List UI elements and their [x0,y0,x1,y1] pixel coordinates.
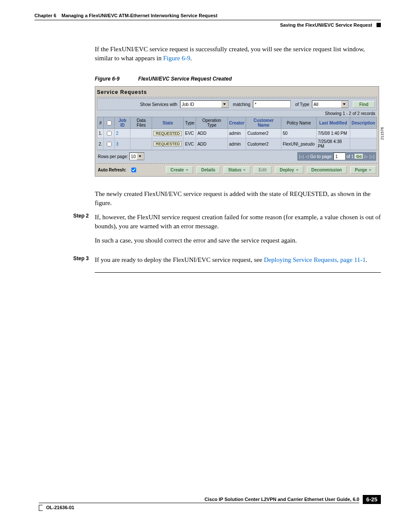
row-checkbox[interactable] [107,131,112,136]
decommission-button[interactable]: Decommission [307,166,347,174]
col-customer[interactable]: Customer Name [246,117,281,129]
step-2-p2: In such a case, you should correct the e… [95,236,381,245]
matching-input[interactable]: * [253,100,291,108]
first-page-icon[interactable]: |◁ [299,154,304,159]
rows-per-page-label: Rows per page: [98,154,128,159]
last-page-icon[interactable]: ▷| [369,154,375,159]
edit-button[interactable]: Edit [254,166,271,174]
state-badge: REQUESTED [153,131,182,136]
chevron-down-icon [296,169,299,171]
chevron-down-icon [221,101,228,108]
chevron-down-icon [341,101,348,108]
find-button[interactable]: Find [353,101,375,108]
figure-caption: Figure 6-9 FlexUNI/EVC Service Request C… [95,76,381,82]
col-num: # [97,117,104,129]
next-page-icon[interactable]: ▷ [364,154,368,159]
col-check [104,117,115,129]
status-button[interactable]: Status [224,166,251,174]
col-op-type[interactable]: Operation Type [196,117,228,129]
chapter-title: Managing a FlexUNI/EVC ATM-Ethernet Inte… [62,13,218,18]
footer-marker-icon [39,505,43,511]
filter-bar: Show Services with Job ID matching * of … [97,98,377,110]
goto-page-input[interactable]: 1 [333,152,346,160]
auto-refresh-label: Auto Refresh: [98,168,126,172]
prev-page-icon[interactable]: ◁ [305,154,309,159]
col-creator[interactable]: Creator [227,117,246,129]
show-services-label: Show Services with [140,102,177,107]
action-bar: Auto Refresh: Create Details Status Edit… [97,164,377,174]
pager-bar: Rows per page: 10 |◁ ◁ Go to page: 1 of … [97,150,377,162]
col-type[interactable]: Type [184,117,196,129]
col-description[interactable]: Description [350,117,377,129]
panel-title: Service Requests [97,88,377,97]
section-title: Saving the FlexUNI/EVC Service Request [280,22,372,28]
record-count-label: Showing 1 - 2 of 2 records [97,110,377,117]
page-footer: Cisco IP Solution Center L2VPN and Carri… [34,497,381,520]
running-header: Chapter 6 Managing a FlexUNI/EVC ATM-Eth… [34,13,381,20]
purge-button[interactable]: Purge [350,166,376,174]
auto-refresh-checkbox[interactable] [131,168,136,172]
service-requests-panel: Service Requests Show Services with Job … [95,86,379,177]
table-row: 1. 2 REQUESTED EVC ADD admin Customer2 5… [97,129,377,138]
chevron-down-icon [369,169,371,171]
chevron-down-icon [137,153,143,160]
state-badge: REQUESTED [153,141,182,146]
row-checkbox[interactable] [107,142,112,146]
table-row: 2. 3 REQUESTED EVC ADD admin Customer2 F… [97,138,377,150]
matching-label: matching [233,102,251,107]
figure-title: FlexUNI/EVC Service Request Created [138,76,232,82]
of-type-select[interactable]: All [312,100,349,108]
col-state[interactable]: State [152,117,184,129]
figure-image-id: 211576 [380,127,384,140]
footer-doc-id: OL-21636-01 [46,505,74,510]
go-button[interactable]: Go [355,154,364,159]
select-all-checkbox[interactable] [107,121,112,125]
service-requests-table: # Job ID Data Files State Type Operation… [97,117,377,150]
job-id-link[interactable]: 3 [116,142,118,146]
deploy-button[interactable]: Deploy [275,166,303,174]
section-end-rule [95,272,381,273]
goto-page-label: Go to page: [310,154,333,159]
of-pages-label: of 1 [346,154,354,159]
post-figure-paragraph: The newly created FlexUNI/EVC service re… [95,190,381,208]
step-2-p1: If, however, the FlexUNI service request… [95,213,381,231]
show-field-select[interactable]: Job ID [180,100,229,108]
header-marker-icon [377,23,381,27]
details-button[interactable]: Details [196,166,220,174]
col-policy[interactable]: Policy Name [281,117,316,129]
figure-number: Figure 6-9 [95,76,119,82]
chevron-down-icon [186,169,188,171]
step-3-paragraph: If you are ready to deploy the FlexUNI/E… [95,255,381,264]
of-type-label: of Type [295,102,309,107]
figure-reference-link[interactable]: Figure 6-9 [163,55,190,62]
rows-per-page-select[interactable]: 10 [129,152,144,160]
step-3-label: Step 3 [34,255,95,270]
chevron-down-icon [243,169,246,171]
deploying-link[interactable]: Deploying Service Requests, page 11-1 [264,256,365,263]
col-job-id[interactable]: Job ID [115,117,131,129]
step-2-label: Step 2 [34,213,95,250]
footer-guide-title: Cisco IP Solution Center L2VPN and Carri… [39,497,359,503]
page-number: 6-25 [363,495,381,504]
intro-paragraph: If the FlexUNI/EVC service request is su… [95,45,381,63]
col-last-modified[interactable]: Last Modified [316,117,350,129]
create-button[interactable]: Create [166,166,193,174]
job-id-link[interactable]: 2 [116,131,118,136]
section-header: Saving the FlexUNI/EVC Service Request [34,21,381,45]
chapter-label: Chapter 6 [34,13,56,18]
col-data-files[interactable]: Data Files [131,117,152,129]
